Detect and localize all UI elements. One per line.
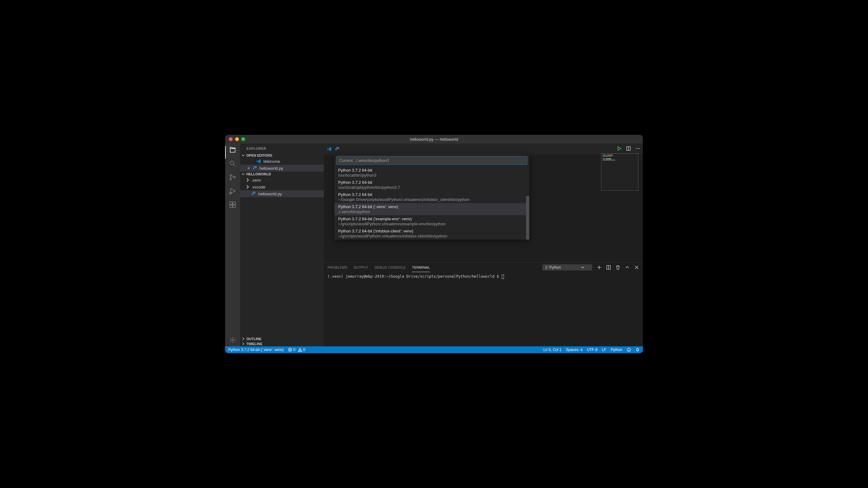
svg-marker-15 (618, 147, 621, 151)
svg-point-14 (337, 147, 337, 148)
interpreter-label: Python 3.7.2 64-bit ('example-env': venv… (338, 217, 525, 221)
search-icon[interactable] (229, 160, 236, 167)
timeline-header[interactable]: TIMELINE (240, 341, 324, 346)
main-layout: EXPLORER OPEN EDITORS Welcome × hellowor… (225, 143, 643, 346)
quickpick-input[interactable] (336, 156, 527, 165)
python-file-icon (251, 191, 256, 196)
close-icon[interactable]: × (246, 166, 251, 171)
tab-output[interactable]: OUTPUT (354, 263, 368, 272)
settings-gear-icon[interactable] (229, 336, 236, 344)
status-cursor-position[interactable]: Ln 5, Col 1 (543, 348, 561, 352)
svg-point-18 (636, 148, 637, 149)
interpreter-option[interactable]: Python 3.7.2 64-bit ('infoblox-client': … (334, 227, 529, 240)
interpreter-label: Python 3.7.2 64-bit ('.venv': venv) (338, 204, 525, 209)
quickpick-scrollbar[interactable] (526, 196, 529, 240)
svg-rect-9 (233, 205, 236, 207)
new-terminal-button[interactable] (597, 265, 602, 270)
explorer-icon[interactable] (229, 146, 236, 154)
svg-point-19 (638, 148, 639, 149)
workspace-header[interactable]: HELLOWORLD (240, 172, 324, 176)
debug-icon[interactable] (229, 187, 236, 195)
svg-line-1 (234, 164, 236, 166)
split-terminal-button[interactable] (606, 265, 611, 270)
editor-tab-welcome[interactable]: Welcome (240, 158, 324, 165)
svg-point-0 (230, 161, 234, 165)
svg-point-31 (300, 351, 300, 351)
folder-venv[interactable]: .venv (240, 176, 324, 184)
interpreter-option[interactable]: Python 3.7.2 64-bit /usr/local/bin/pytho… (334, 167, 529, 179)
tab-debug-console[interactable]: DEBUG CONSOLE (375, 263, 406, 272)
status-bell-icon[interactable] (636, 348, 640, 352)
chevron-right-icon (241, 337, 245, 341)
tab-problems[interactable]: PROBLEMS (328, 263, 347, 272)
svg-point-4 (234, 176, 236, 178)
terminal-selector-label: 2: Python (545, 265, 561, 269)
terminal-output[interactable]: (.venv) jemurray@mbp-2019:~/Google Drive… (324, 272, 643, 346)
interpreter-path: ./.venv/bin/python (338, 209, 525, 214)
status-encoding[interactable]: UTF-8 (587, 348, 598, 352)
status-language[interactable]: Python (611, 348, 622, 352)
warning-count: 0 (303, 348, 305, 352)
interpreter-option[interactable]: Python 3.7.2 64-bit ('.venv': venv) ./.v… (334, 203, 529, 215)
chevron-down-icon (581, 265, 585, 269)
svg-rect-7 (230, 202, 232, 204)
file-label: helloworld.py (258, 192, 282, 196)
interpreter-path: /usr/local/bin/python3 (338, 173, 525, 177)
python-file-icon (335, 147, 340, 152)
interpreter-path: /usr/local/opt/python/bin/python3.7 (338, 185, 525, 190)
traffic-lights (229, 137, 245, 141)
quickpick-list: Python 3.7.2 64-bit /usr/local/bin/pytho… (334, 167, 529, 240)
maximize-panel-button[interactable] (625, 265, 630, 270)
status-eol[interactable]: LF (602, 348, 606, 352)
editor-tab-label: Welcome (263, 159, 280, 164)
activity-indicator (225, 146, 226, 159)
split-editor-button[interactable] (626, 146, 631, 152)
python-file-icon (253, 166, 257, 171)
status-feedback-icon[interactable] (627, 348, 631, 352)
interpreter-text: Python 3.7.2 64-bit ('.venv': venv) (228, 348, 283, 352)
folder-vscode[interactable]: .vscode (240, 184, 324, 190)
chevron-down-icon (241, 154, 245, 157)
tab-bar (324, 143, 643, 155)
kill-terminal-button[interactable] (615, 265, 620, 270)
interpreter-path: ~/Google Drive/scripts/wustlPython/.virt… (338, 197, 525, 202)
status-interpreter[interactable]: Python 3.7.2 64-bit ('.venv': venv) (228, 348, 283, 352)
chevron-right-icon (246, 185, 249, 189)
statusbar: Python 3.7.2 64-bit ('.venv': venv) 0 0 … (225, 346, 643, 353)
status-indentation[interactable]: Spaces: 4 (566, 348, 582, 352)
terminal-selector[interactable]: 2: Python (542, 264, 592, 270)
run-button[interactable] (617, 146, 622, 152)
open-editors-header[interactable]: OPEN EDITORS (240, 153, 324, 158)
panel-tabs: PROBLEMS OUTPUT DEBUG CONSOLE TERMINAL 2… (324, 262, 643, 272)
interpreter-option[interactable]: Python 3.7.2 64-bit /usr/local/opt/pytho… (334, 179, 529, 191)
interpreter-option[interactable]: Python 3.7.2 64-bit ('example-env': venv… (334, 215, 529, 227)
error-count: 0 (293, 348, 296, 352)
extensions-icon[interactable] (229, 201, 236, 208)
minimap-viewport (601, 153, 639, 191)
svg-point-12 (254, 166, 254, 167)
outline-label: OUTLINE (246, 337, 261, 341)
interpreter-path: ~/g/scripts/wustlPython/.virtualenvs/inf… (338, 234, 525, 238)
interpreter-label: Python 3.7.2 64-bit ('infoblox-client': … (338, 229, 525, 233)
window-minimize-button[interactable] (235, 137, 239, 141)
source-control-icon[interactable] (229, 173, 236, 181)
chevron-right-icon (241, 342, 245, 346)
window-maximize-button[interactable] (241, 137, 245, 141)
interpreter-option[interactable]: Python 3.7.2 64-bit ~/Google Drive/scrip… (334, 191, 529, 203)
tab-terminal[interactable]: TERMINAL (412, 263, 430, 272)
sidebar-title: EXPLORER (240, 143, 324, 153)
svg-point-32 (627, 348, 631, 352)
interpreter-label: Python 3.7.2 64-bit (338, 168, 525, 172)
outline-header[interactable]: OUTLINE (240, 336, 324, 341)
folder-label: .vscode (251, 185, 266, 189)
file-helloworld[interactable]: helloworld.py (240, 190, 324, 197)
more-actions-button[interactable] (636, 146, 640, 152)
close-panel-button[interactable] (634, 265, 639, 270)
titlebar: helloworld.py — helloworld (225, 135, 643, 143)
minimap[interactable] (601, 156, 639, 191)
window-close-button[interactable] (229, 137, 232, 141)
editor-tab-helloworld[interactable]: × helloworld.py (240, 165, 324, 172)
chevron-down-icon (241, 172, 245, 176)
status-problems[interactable]: 0 0 (288, 348, 305, 352)
folder-label: .venv (251, 178, 261, 183)
